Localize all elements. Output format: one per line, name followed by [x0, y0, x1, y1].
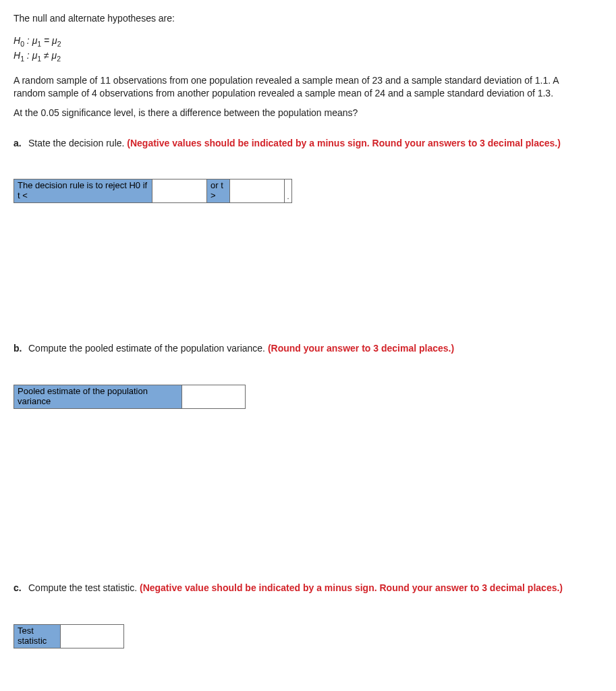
qb-input[interactable]: [185, 391, 242, 403]
h1-H: H: [13, 50, 20, 61]
qa-instruction: (Negative values should be indicated by …: [127, 138, 561, 148]
h1-colon: : μ: [24, 50, 37, 61]
qb-answer-row: Pooled estimate of the population varian…: [13, 385, 603, 409]
qc-answer-row: Test statistic: [13, 624, 603, 648]
qc-input[interactable]: [63, 630, 121, 642]
h1-mu2sub: 2: [57, 55, 61, 63]
qc-input-wrap: [61, 624, 124, 648]
qb-label: Pooled estimate of the population varian…: [13, 385, 182, 409]
qb-letter: b.: [13, 342, 28, 355]
qb-instruction: (Round your answer to 3 decimal places.): [268, 343, 454, 354]
qc-instruction: (Negative value should be indicated by a…: [140, 582, 563, 593]
qa-label-1: The decision rule is to reject H0 if t <: [13, 179, 152, 203]
qa-answer-row: The decision rule is to reject H0 if t <…: [13, 179, 603, 203]
qc-prompt: Compute the test statistic.: [28, 582, 140, 593]
qb-text: Compute the pooled estimate of the popul…: [28, 342, 603, 355]
h0-line: H0 : μ1 = μ2: [13, 34, 603, 49]
h0-colon: : μ: [24, 35, 37, 46]
qa-input-1[interactable]: [155, 186, 204, 197]
qa-text: State the decision rule. (Negative value…: [28, 137, 603, 150]
problem-paragraph-2: At the 0.05 significance level, is there…: [13, 107, 567, 119]
qa-period: .: [285, 179, 292, 203]
qa-label-2: or t >: [207, 179, 230, 203]
hypotheses-block: H0 : μ1 = μ2 H1 : μ1 ≠ μ2: [13, 34, 603, 63]
question-c: c. Compute the test statistic. (Negative…: [13, 582, 603, 648]
question-b: b. Compute the pooled estimate of the po…: [13, 342, 603, 409]
h0-eq: = μ: [41, 35, 57, 46]
qa-input-2-wrap: [230, 179, 285, 203]
qa-input-1-wrap: [152, 179, 207, 203]
intro-text: The null and alternate hypotheses are:: [13, 12, 603, 25]
question-a: a. State the decision rule. (Negative va…: [13, 137, 603, 204]
qb-prompt: Compute the pooled estimate of the popul…: [28, 343, 268, 354]
qa-input-2[interactable]: [233, 186, 281, 197]
qa-prompt: State the decision rule.: [28, 138, 127, 148]
qc-letter: c.: [13, 582, 28, 595]
problem-paragraph-1: A random sample of 11 observations from …: [13, 74, 567, 100]
qc-label: Test statistic: [13, 624, 61, 648]
h1-neq: ≠ μ: [41, 50, 57, 61]
h0-H: H: [13, 35, 20, 46]
h1-line: H1 : μ1 ≠ μ2: [13, 49, 603, 63]
qc-text: Compute the test statistic. (Negative va…: [28, 582, 603, 595]
qa-letter: a.: [13, 137, 28, 150]
h0-mu2sub: 2: [57, 40, 61, 48]
qb-input-wrap: [182, 385, 246, 409]
